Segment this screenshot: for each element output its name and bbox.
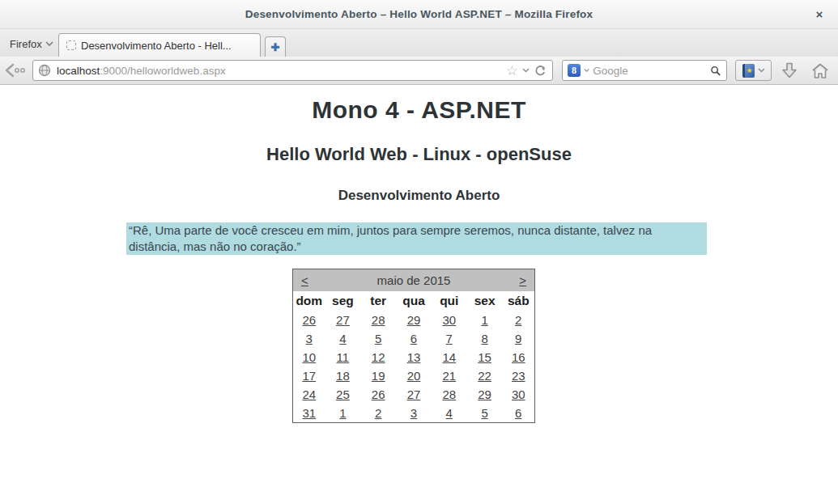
calendar-date-link[interactable]: 21 — [442, 369, 456, 383]
calendar-date-cell: 28 — [360, 311, 396, 330]
bookmark-star-icon[interactable]: ☆ — [506, 64, 518, 78]
calendar-date-cell: 24 — [293, 386, 325, 404]
calendar-date-cell: 27 — [396, 386, 432, 404]
calendar-date-link[interactable]: 25 — [336, 388, 350, 401]
calendar-header-row: < maio de 2015 > — [293, 269, 535, 291]
calendar-date-cell: 9 — [503, 330, 535, 349]
calendar-date-link[interactable]: 9 — [515, 332, 521, 345]
calendar-date-link[interactable]: 1 — [339, 406, 346, 420]
search-input[interactable] — [593, 65, 707, 77]
plus-icon: ✚ — [271, 41, 280, 53]
calendar-date-link[interactable]: 2 — [515, 313, 521, 327]
calendar-date-link[interactable]: 31 — [302, 406, 316, 420]
calendar-date-cell: 4 — [432, 404, 467, 423]
home-icon — [810, 61, 830, 81]
calendar-date-link[interactable]: 30 — [442, 313, 456, 327]
calendar-date-cell: 5 — [360, 330, 396, 349]
calendar-date-link[interactable]: 28 — [442, 388, 456, 401]
calendar-date-cell: 12 — [360, 349, 396, 367]
calendar-date-link[interactable]: 4 — [339, 332, 346, 345]
google-search-engine-icon[interactable]: 8 — [568, 64, 581, 77]
calendar-date-cell: 23 — [503, 367, 535, 386]
calendar-date-cell: 25 — [325, 386, 361, 404]
calendar-date-link[interactable]: 19 — [372, 369, 385, 383]
calendar-date-link[interactable]: 3 — [410, 406, 417, 420]
calendar-date-link[interactable]: 11 — [337, 350, 350, 364]
firefox-menu-label: Firefox — [10, 38, 42, 50]
calendar-date-link[interactable]: 26 — [372, 388, 385, 401]
calendar-date-link[interactable]: 13 — [407, 350, 421, 364]
calendar-daynames-row: domsegterquaquisexsáb — [293, 291, 535, 311]
calendar-date-link[interactable]: 5 — [375, 332, 381, 345]
quote-block: “Rê, Uma parte de você cresceu em mim, j… — [126, 222, 707, 255]
calendar-date-link[interactable]: 27 — [407, 388, 421, 401]
calendar-date-link[interactable]: 28 — [372, 313, 385, 327]
calendar-date-link[interactable]: 18 — [336, 369, 350, 383]
calendar-dayname: ter — [360, 291, 396, 311]
firefox-menu-button[interactable]: Firefox — [5, 34, 58, 53]
calendar-dayname: sáb — [503, 291, 535, 311]
calendar-date-cell: 26 — [360, 386, 396, 404]
calendar-date-link[interactable]: 30 — [512, 388, 525, 401]
calendar-dayname: sex — [467, 291, 503, 311]
navigation-toolbar: localhost:9000/helloworldweb.aspx ☆ 8 ★ — [0, 57, 838, 85]
calendar-date-link[interactable]: 17 — [302, 369, 316, 383]
calendar-date-link[interactable]: 27 — [336, 313, 350, 327]
calendar-date-link[interactable]: 23 — [512, 369, 525, 383]
calendar-next-month-link[interactable]: > — [519, 273, 526, 287]
calendar-date-link[interactable]: 7 — [446, 332, 453, 345]
calendar-date-cell: 10 — [293, 349, 325, 367]
window-titlebar: Desenvolvimento Aberto – Hello World ASP… — [0, 0, 838, 29]
back-forward-button[interactable] — [3, 62, 28, 82]
downloads-button[interactable] — [780, 61, 799, 84]
calendar-date-link[interactable]: 8 — [481, 332, 487, 345]
calendar-week-row: 17181920212223 — [293, 367, 535, 386]
calendar-date-link[interactable]: 10 — [302, 350, 316, 364]
calendar-date-link[interactable]: 12 — [372, 350, 385, 364]
calendar-date-cell: 30 — [503, 386, 535, 404]
tab-label: Desenvolvimento Aberto - Hell... — [81, 40, 232, 52]
new-tab-button[interactable]: ✚ — [265, 36, 286, 57]
tab-active[interactable]: Desenvolvimento Aberto - Hell... — [58, 33, 261, 57]
home-button[interactable] — [810, 61, 830, 84]
url-bar[interactable]: localhost:9000/helloworldweb.aspx ☆ — [32, 60, 553, 81]
calendar-date-cell: 26 — [293, 311, 325, 330]
calendar-date-link[interactable]: 6 — [410, 332, 417, 345]
bookmarks-menu-button[interactable]: ★ — [735, 60, 772, 81]
reload-icon[interactable] — [534, 64, 547, 78]
calendar-date-link[interactable]: 22 — [478, 369, 491, 383]
search-bar[interactable]: 8 — [562, 60, 727, 81]
search-engine-chevron-icon[interactable] — [584, 68, 589, 73]
calendar-date-link[interactable]: 29 — [478, 388, 491, 401]
calendar-date-link[interactable]: 24 — [302, 388, 316, 401]
calendar-date-link[interactable]: 26 — [302, 313, 316, 327]
calendar-date-link[interactable]: 15 — [478, 350, 491, 364]
calendar-date-link[interactable]: 29 — [407, 313, 421, 327]
calendar-date-cell: 3 — [396, 404, 432, 423]
calendar-date-cell: 1 — [467, 311, 503, 330]
calendar-date-cell: 13 — [396, 349, 432, 367]
calendar-prev-month-link[interactable]: < — [301, 273, 308, 287]
calendar-date-cell: 17 — [293, 367, 325, 386]
close-icon[interactable]: × — [812, 7, 827, 22]
calendar-date-link[interactable]: 5 — [481, 406, 487, 420]
site-identity-globe-icon[interactable] — [38, 64, 51, 77]
calendar-date-cell: 2 — [503, 311, 535, 330]
window-title: Desenvolvimento Aberto – Hello World ASP… — [245, 8, 593, 20]
calendar-date-link[interactable]: 3 — [306, 332, 313, 345]
url-text[interactable]: localhost:9000/helloworldweb.aspx — [57, 65, 506, 77]
bookmarks-star-icon: ★ — [746, 67, 752, 74]
calendar-week-row: 3456789 — [293, 330, 535, 349]
calendar-date-cell: 21 — [432, 367, 467, 386]
calendar-date-link[interactable]: 4 — [446, 406, 453, 420]
calendar-date-link[interactable]: 14 — [442, 350, 456, 364]
search-magnifier-icon[interactable] — [710, 64, 721, 78]
calendar-dayname: dom — [293, 291, 325, 311]
calendar-date-cell: 11 — [325, 349, 361, 367]
urlbar-dropdown-chevron-icon[interactable] — [522, 68, 530, 73]
calendar-date-link[interactable]: 6 — [515, 406, 521, 420]
calendar-date-link[interactable]: 1 — [481, 313, 487, 327]
calendar-date-link[interactable]: 2 — [375, 406, 381, 420]
calendar-date-link[interactable]: 20 — [407, 369, 421, 383]
calendar-date-link[interactable]: 16 — [512, 350, 525, 364]
